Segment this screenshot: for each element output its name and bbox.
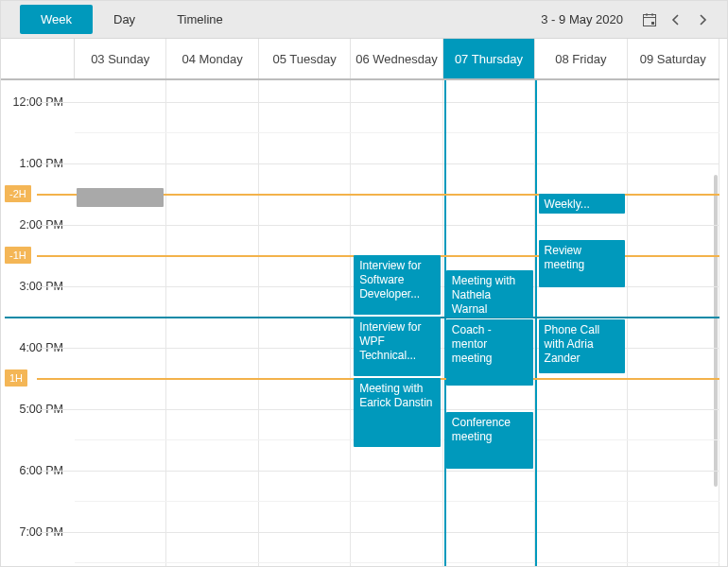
day-headers: 03 Sunday04 Monday05 Tuesday06 Wednesday…	[1, 39, 719, 80]
day-column-mon[interactable]	[166, 80, 258, 566]
event-block[interactable]: Interview for WPF Technical...	[354, 317, 441, 376]
view-tabs: Week Day Timeline	[20, 5, 244, 34]
svg-rect-4	[651, 22, 654, 25]
event-block[interactable]: Conference meeting	[446, 412, 533, 469]
time-labels: 12:00 PM1:00 PM2:00 PM3:00 PM4:00 PM5:00…	[1, 80, 75, 566]
event-block[interactable]: Meeting with Earick Danstin	[354, 378, 441, 447]
day-column-sun[interactable]	[75, 80, 166, 566]
view-tab-timeline[interactable]: Timeline	[156, 5, 244, 34]
event-block[interactable]: Weekly...	[539, 194, 626, 214]
event-block[interactable]	[77, 188, 164, 208]
day-header-fri[interactable]: 08 Friday	[535, 39, 627, 78]
event-block[interactable]: Phone Call with Adria Zander	[539, 319, 626, 373]
scheduler-toolbar: Week Day Timeline 3 - 9 May 2020	[1, 1, 727, 39]
date-range-label: 3 - 9 May 2020	[541, 12, 623, 26]
timezone-tag: 1H	[5, 369, 27, 387]
event-block[interactable]: Meeting with Nathela Warnal	[446, 270, 533, 318]
day-column-tue[interactable]	[259, 80, 351, 566]
day-header-sat[interactable]: 09 Saturday	[628, 39, 719, 78]
time-gutter-header	[1, 39, 75, 78]
prev-button[interactable]	[663, 7, 689, 33]
view-tab-day[interactable]: Day	[93, 5, 156, 34]
event-block[interactable]: Coach - mentor meeting	[446, 319, 533, 386]
next-button[interactable]	[689, 7, 716, 33]
day-header-mon[interactable]: 04 Monday	[166, 39, 258, 78]
scheduler-frame: Week Day Timeline 3 - 9 May 2020 03 Sund…	[0, 0, 728, 567]
day-header-sun[interactable]: 03 Sunday	[75, 39, 166, 78]
timezone-tag: -2H	[5, 185, 31, 202]
view-tab-week[interactable]: Week	[20, 5, 93, 34]
event-block[interactable]: Interview for Software Developer...	[354, 255, 441, 315]
event-block[interactable]: Review meeting	[539, 240, 626, 287]
day-column-sat[interactable]	[628, 80, 719, 566]
time-grid[interactable]: 12:00 PM1:00 PM2:00 PM3:00 PM4:00 PM5:00…	[1, 80, 719, 566]
timezone-tag: -1H	[5, 247, 31, 264]
day-header-thu[interactable]: 07 Thursday	[443, 39, 535, 78]
scheduler-body: 03 Sunday04 Monday05 Tuesday06 Wednesday…	[1, 39, 719, 566]
calendar-icon[interactable]	[636, 7, 663, 33]
day-header-wed[interactable]: 06 Wednesday	[351, 39, 442, 78]
day-header-tue[interactable]: 05 Tuesday	[259, 39, 351, 78]
